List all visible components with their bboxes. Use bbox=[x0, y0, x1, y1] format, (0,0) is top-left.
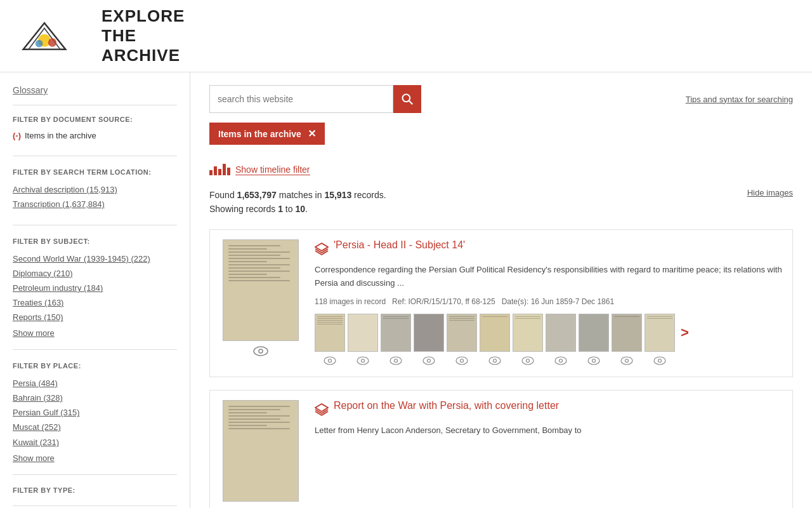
thumb-line bbox=[228, 415, 290, 417]
svg-point-15 bbox=[395, 359, 398, 363]
mini-eye-0-2[interactable] bbox=[348, 354, 378, 367]
filter-subject-item-4[interactable]: Reports (150) bbox=[13, 312, 177, 323]
filter-type: FILTER BY TYPE: bbox=[13, 486, 177, 506]
filter-place-item-2[interactable]: Persian Gulf (315) bbox=[13, 407, 177, 418]
view-thumbnail-button-0[interactable] bbox=[253, 346, 268, 356]
thumb-line bbox=[228, 258, 290, 259]
mini-eye-0-5[interactable] bbox=[447, 354, 477, 367]
svg-point-17 bbox=[428, 359, 431, 363]
remove-filter-button[interactable]: ✕ bbox=[308, 128, 316, 140]
svg-point-23 bbox=[527, 359, 530, 363]
svg-point-24 bbox=[555, 357, 566, 364]
results-mid: matches in bbox=[277, 190, 324, 200]
svg-point-20 bbox=[489, 357, 501, 364]
result-title-1[interactable]: Report on the War with Persia, with cove… bbox=[334, 400, 559, 411]
sidebar: Glossary FILTER BY DOCUMENT SOURCE: (-) … bbox=[0, 72, 190, 508]
mini-eyes-row-0 bbox=[315, 354, 783, 367]
mini-thumb-0-9 bbox=[579, 314, 609, 352]
filter-search-term-title: FILTER BY SEARCH TERM LOCATION: bbox=[13, 168, 177, 177]
result-desc-1: Letter from Henry Lacon Anderson, Secret… bbox=[315, 424, 783, 438]
minus-icon: (-) bbox=[13, 131, 21, 140]
header: EXPLORE THE ARCHIVE bbox=[0, 0, 812, 72]
filter-search-term-item-1[interactable]: Transcription (1,637,884) bbox=[13, 199, 177, 210]
filter-doc-source-active[interactable]: (-) Items in the archive bbox=[13, 131, 177, 140]
thumb-line bbox=[228, 255, 280, 256]
logo-area: EXPLORE THE ARCHIVE bbox=[0, 6, 190, 65]
eye-icon-0 bbox=[253, 346, 268, 356]
mini-eye-0-4[interactable] bbox=[414, 354, 444, 367]
bar-2 bbox=[214, 166, 217, 175]
bar-4 bbox=[223, 164, 226, 175]
result-meta-0: 118 images in record Ref: IOR/R/15/1/170… bbox=[315, 297, 783, 306]
active-filter-area: Items in the archive ✕ bbox=[209, 123, 793, 154]
filter-subject: FILTER BY SUBJECT: Second World War (193… bbox=[13, 237, 177, 350]
results-showing: Showing records 1 to 10. bbox=[209, 204, 308, 214]
mini-eye-0-10[interactable] bbox=[612, 354, 642, 367]
mini-thumb-0-6 bbox=[480, 314, 510, 352]
filter-place-show-more[interactable]: Show more bbox=[13, 453, 177, 463]
svg-point-26 bbox=[588, 357, 599, 364]
filter-subject-show-more[interactable]: Show more bbox=[13, 328, 177, 338]
hide-images-link[interactable]: Hide images bbox=[747, 188, 793, 197]
mini-eye-0-3[interactable] bbox=[381, 354, 411, 367]
filter-subject-item-3[interactable]: Treaties (163) bbox=[13, 297, 177, 309]
logo bbox=[13, 20, 76, 52]
mini-thumb-0-8 bbox=[546, 314, 576, 352]
mini-thumb-0-1 bbox=[315, 314, 345, 352]
result-item-0: 'Persia - Head II - Subject 14' Correspo… bbox=[209, 229, 793, 378]
filter-doc-source-title: FILTER BY DOCUMENT SOURCE: bbox=[13, 115, 177, 124]
filter-subject-item-1[interactable]: Diplomacy (210) bbox=[13, 268, 177, 279]
tips-link[interactable]: Tips and syntax for searching bbox=[686, 95, 793, 104]
thumb-line bbox=[228, 409, 280, 410]
bar-3 bbox=[218, 169, 221, 175]
thumb-line bbox=[228, 280, 290, 281]
filter-subject-item-2[interactable]: Petroleum industry (184) bbox=[13, 283, 177, 294]
filter-doc-source-value: Items in the archive bbox=[25, 131, 96, 140]
mini-eye-0-9[interactable] bbox=[579, 354, 609, 367]
mini-thumb-0-2 bbox=[348, 314, 378, 352]
mini-thumb-0-10 bbox=[612, 314, 642, 352]
search-row: Tips and syntax for searching bbox=[209, 85, 793, 113]
svg-point-4 bbox=[36, 39, 43, 47]
thumb-line bbox=[228, 425, 267, 426]
mini-eye-0-7[interactable] bbox=[513, 354, 543, 367]
search-button[interactable] bbox=[393, 85, 421, 113]
sidebar-item-glossary[interactable]: Glossary bbox=[13, 85, 177, 105]
filter-place: FILTER BY PLACE: Persia (484) Bahrain (3… bbox=[13, 361, 177, 474]
bar-chart-icon bbox=[209, 164, 230, 175]
svg-point-29 bbox=[625, 359, 629, 363]
filter-place-item-4[interactable]: Kuwait (231) bbox=[13, 437, 177, 448]
svg-point-27 bbox=[593, 359, 596, 363]
mini-eye-0-11[interactable] bbox=[645, 354, 675, 367]
search-input[interactable] bbox=[209, 85, 393, 113]
filter-place-item-1[interactable]: Bahrain (328) bbox=[13, 392, 177, 404]
result-content-1: Report on the War with Persia, with cove… bbox=[315, 400, 783, 502]
thumbnails-next-button[interactable]: > bbox=[678, 324, 692, 341]
result-title-0[interactable]: 'Persia - Head II - Subject 14' bbox=[334, 239, 465, 251]
layers-icon-0 bbox=[315, 242, 329, 256]
svg-point-8 bbox=[259, 349, 263, 353]
main-layout: Glossary FILTER BY DOCUMENT SOURCE: (-) … bbox=[0, 72, 812, 508]
svg-point-5 bbox=[403, 95, 410, 102]
mini-eye-0-8[interactable] bbox=[546, 354, 576, 367]
thumb-line bbox=[228, 271, 290, 272]
filter-place-item-3[interactable]: Muscat (252) bbox=[13, 422, 177, 433]
filter-place-item-0[interactable]: Persia (484) bbox=[13, 378, 177, 389]
thumb-lines-0 bbox=[223, 240, 298, 340]
svg-line-6 bbox=[409, 101, 412, 104]
filter-subject-item-0[interactable]: Second World War (1939-1945) (222) bbox=[13, 253, 177, 265]
svg-point-18 bbox=[456, 357, 468, 364]
svg-point-7 bbox=[254, 347, 268, 356]
svg-point-16 bbox=[423, 357, 435, 364]
mini-eye-0-1[interactable] bbox=[315, 354, 345, 367]
results-header: Found 1,653,797 matches in 15,913 record… bbox=[209, 188, 793, 217]
thumbnail-image-0 bbox=[223, 239, 299, 341]
result-item-1: Report on the War with Persia, with cove… bbox=[209, 390, 793, 508]
mini-eye-0-6[interactable] bbox=[480, 354, 510, 367]
filter-search-term-item-0[interactable]: Archival description (15,913) bbox=[13, 184, 177, 196]
svg-point-14 bbox=[390, 357, 402, 364]
filter-type-title: FILTER BY TYPE: bbox=[13, 486, 177, 494]
show-timeline-filter[interactable]: Show timeline filter bbox=[235, 164, 310, 175]
timeline-row: Show timeline filter bbox=[209, 164, 793, 175]
svg-point-11 bbox=[329, 359, 332, 363]
